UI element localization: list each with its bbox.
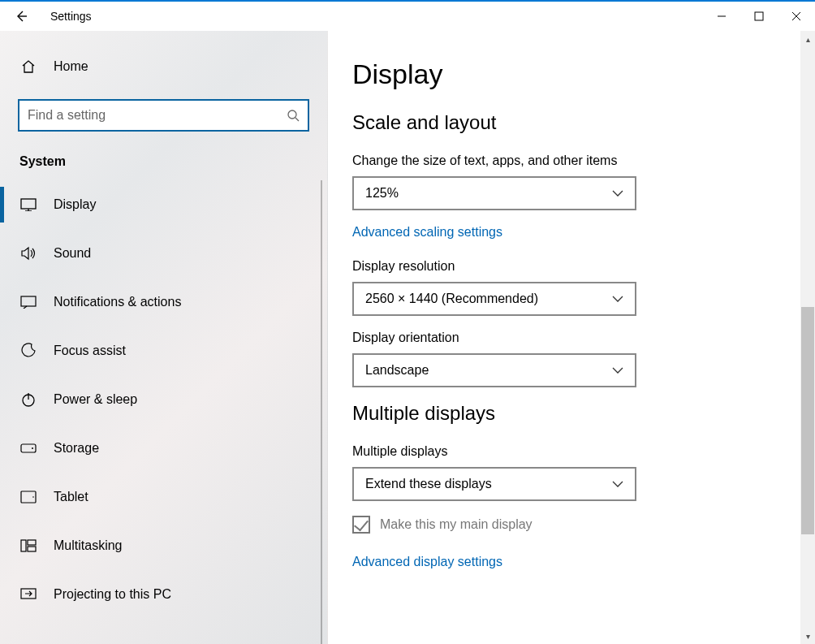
svg-rect-5	[21, 444, 36, 452]
svg-point-8	[32, 496, 34, 498]
sidebar-item-label: Notifications & actions	[54, 295, 181, 309]
close-button[interactable]	[778, 2, 815, 31]
svg-point-6	[32, 447, 33, 449]
scale-value: 125%	[365, 186, 399, 201]
sidebar-item-multitasking[interactable]: Multitasking	[0, 521, 327, 570]
category-label: System	[19, 154, 327, 169]
titlebar: Settings	[0, 2, 815, 31]
resolution-dropdown[interactable]: 2560 × 1440 (Recommended)	[352, 282, 636, 316]
multi-displays-value: Extend these displays	[365, 477, 492, 491]
svg-rect-2	[21, 199, 36, 209]
window-controls	[703, 2, 815, 31]
home-icon	[19, 58, 37, 75]
svg-rect-9	[21, 540, 26, 551]
svg-rect-10	[28, 540, 36, 545]
display-icon	[19, 198, 37, 211]
chevron-down-icon	[612, 296, 623, 302]
search-wrap	[18, 99, 309, 132]
sidebar-item-label: Power & sleep	[54, 392, 137, 407]
sidebar-item-label: Display	[54, 197, 96, 212]
sidebar-item-power-sleep[interactable]: Power & sleep	[0, 375, 327, 424]
chevron-down-icon	[612, 481, 623, 487]
maximize-icon	[754, 11, 764, 21]
minimize-icon	[717, 11, 727, 21]
orientation-value: Landscape	[365, 363, 429, 378]
sidebar-item-display[interactable]: Display	[0, 180, 327, 229]
svg-rect-3	[21, 296, 36, 306]
multitasking-icon	[19, 539, 37, 552]
window-title: Settings	[50, 10, 92, 23]
chevron-down-icon	[612, 190, 623, 197]
content-pane: Display Scale and layout Change the size…	[328, 31, 815, 644]
orientation-label: Display orientation	[352, 331, 786, 345]
arrow-left-icon	[14, 9, 28, 24]
sidebar-item-label: Storage	[54, 441, 99, 456]
advanced-display-link[interactable]: Advanced display settings	[352, 555, 502, 569]
back-button[interactable]	[6, 2, 36, 31]
svg-rect-0	[755, 12, 763, 20]
tablet-icon	[19, 491, 37, 504]
sidebar-item-label: Multitasking	[54, 538, 122, 553]
nav-list: Display Sound Notifications & actions Fo…	[0, 180, 327, 644]
sidebar-item-projecting[interactable]: Projecting to this PC	[0, 570, 327, 619]
projecting-icon	[19, 588, 37, 601]
focus-assist-icon	[19, 343, 37, 359]
sidebar-item-sound[interactable]: Sound	[0, 229, 327, 278]
close-icon	[791, 11, 801, 21]
main-display-checkbox	[352, 516, 370, 534]
resolution-value: 2560 × 1440 (Recommended)	[365, 292, 538, 306]
sidebar-item-label: Focus assist	[54, 344, 126, 358]
page-title: Display	[352, 58, 786, 90]
body: Home System Display Sound	[0, 31, 815, 644]
orientation-dropdown[interactable]: Landscape	[352, 353, 636, 387]
sidebar-item-focus-assist[interactable]: Focus assist	[0, 326, 327, 375]
scale-label: Change the size of text, apps, and other…	[352, 153, 786, 168]
section-scale-layout: Scale and layout	[352, 111, 786, 134]
storage-icon	[19, 443, 37, 453]
main-display-checkbox-label: Make this my main display	[380, 517, 533, 532]
section-multiple-displays: Multiple displays	[352, 402, 786, 425]
home-nav[interactable]: Home	[0, 49, 327, 84]
sidebar-scrollbar[interactable]	[321, 180, 322, 644]
sidebar-item-label: Tablet	[54, 490, 88, 504]
multi-displays-dropdown[interactable]: Extend these displays	[352, 467, 636, 501]
sidebar-item-label: Projecting to this PC	[54, 587, 171, 602]
search-box[interactable]	[18, 99, 309, 132]
sound-icon	[19, 246, 37, 261]
svg-rect-11	[28, 547, 36, 551]
advanced-scaling-link[interactable]: Advanced scaling settings	[352, 225, 502, 240]
sidebar-item-label: Sound	[54, 246, 91, 261]
sidebar-item-storage[interactable]: Storage	[0, 424, 327, 473]
scale-dropdown[interactable]: 125%	[352, 176, 636, 210]
resolution-label: Display resolution	[352, 259, 786, 274]
scrollbar-thumb[interactable]	[801, 307, 814, 534]
home-label: Home	[54, 59, 88, 74]
multi-displays-label: Multiple displays	[352, 444, 786, 459]
chevron-down-icon	[612, 367, 623, 374]
sidebar-item-notifications[interactable]: Notifications & actions	[0, 278, 327, 326]
sidebar-item-tablet[interactable]: Tablet	[0, 473, 327, 521]
settings-window: Settings Home System	[0, 0, 815, 644]
scroll-down-icon[interactable]: ▾	[800, 628, 815, 644]
search-input[interactable]	[28, 108, 287, 123]
main-display-checkbox-row: Make this my main display	[352, 516, 786, 534]
maximize-button[interactable]	[740, 2, 778, 31]
svg-point-1	[288, 110, 296, 119]
notifications-icon	[19, 296, 37, 309]
minimize-button[interactable]	[703, 2, 740, 31]
power-icon	[19, 392, 37, 407]
scroll-up-icon[interactable]: ▴	[800, 31, 815, 47]
content-scrollbar[interactable]: ▴ ▾	[800, 31, 815, 644]
search-icon	[287, 109, 300, 122]
sidebar: Home System Display Sound	[0, 31, 328, 644]
